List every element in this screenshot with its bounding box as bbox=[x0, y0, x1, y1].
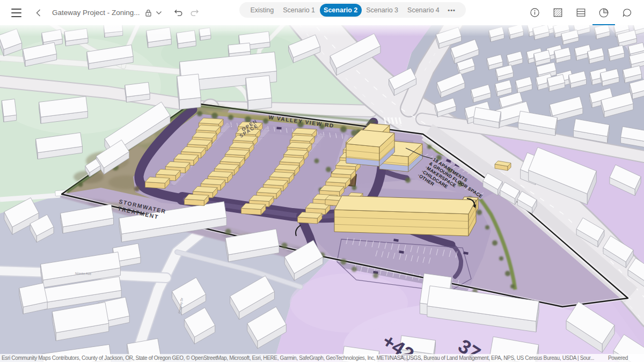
tab-existing[interactable]: Existing bbox=[246, 3, 279, 18]
undo-icon[interactable] bbox=[173, 8, 185, 18]
tab-scenario-3[interactable]: Scenario 3 bbox=[362, 3, 403, 18]
map-scene bbox=[0, 24, 644, 362]
street-label-niantic: Niantic Ave bbox=[75, 272, 92, 276]
attribution-powered-by: Powered bbox=[608, 355, 628, 361]
dashboard-pie-icon[interactable] bbox=[595, 0, 613, 25]
app-header: Gateway Project - Zoning... Existing Sce… bbox=[0, 0, 644, 25]
redo-icon[interactable] bbox=[189, 8, 201, 18]
lock-icon bbox=[145, 9, 152, 17]
back-icon[interactable] bbox=[35, 9, 41, 17]
attribution-sources: Esri Community Maps Contributors, County… bbox=[2, 355, 594, 361]
table-icon[interactable] bbox=[572, 0, 590, 25]
chevron-down-icon[interactable] bbox=[156, 11, 162, 15]
map-attribution: Esri Community Maps Contributors, County… bbox=[0, 354, 644, 362]
scenario-tabs: Existing Scenario 1 Scenario 2 Scenario … bbox=[239, 2, 466, 18]
comments-icon[interactable] bbox=[618, 0, 636, 25]
tab-scenario-1[interactable]: Scenario 1 bbox=[279, 3, 320, 18]
tab-scenario-4[interactable]: Scenario 4 bbox=[403, 3, 444, 18]
tabs-overflow-icon[interactable]: ••• bbox=[444, 3, 459, 18]
menu-icon[interactable] bbox=[11, 9, 21, 17]
scene-view-3d-map[interactable]: W VALLEY VIEW RD OPEN SPACE STORMWATER T… bbox=[0, 24, 644, 362]
tab-scenario-2[interactable]: Scenario 2 bbox=[320, 4, 362, 17]
zoning-overlay-icon[interactable] bbox=[548, 0, 567, 25]
info-icon[interactable] bbox=[525, 0, 544, 25]
project-title: Gateway Project - Zoning... bbox=[52, 9, 140, 17]
app-window: W VALLEY VIEW RD OPEN SPACE STORMWATER T… bbox=[0, 0, 644, 362]
